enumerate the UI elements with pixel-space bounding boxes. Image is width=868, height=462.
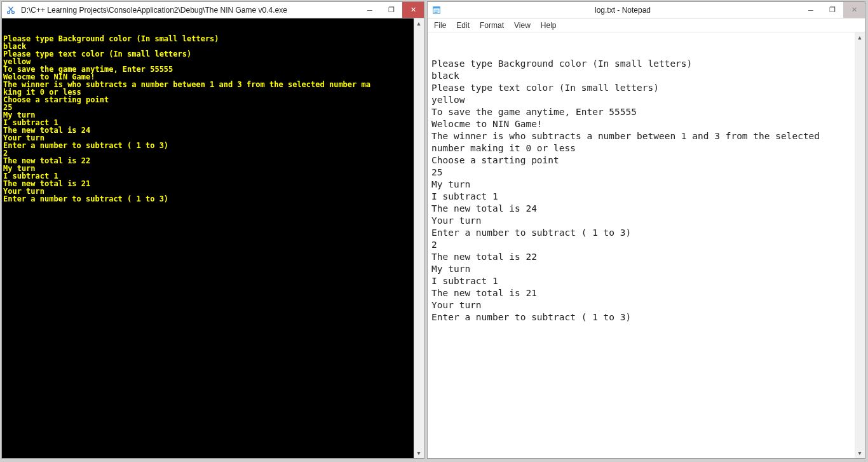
scroll-down-icon[interactable]: ▼ <box>855 448 865 458</box>
scroll-track[interactable] <box>855 43 865 448</box>
maximize-button[interactable]: ❐ <box>822 2 843 18</box>
menu-edit[interactable]: Edit <box>451 20 475 31</box>
svg-line-2 <box>9 6 13 11</box>
scroll-up-icon[interactable]: ▲ <box>414 18 424 29</box>
cut-icon <box>4 6 17 15</box>
close-button[interactable]: ✕ <box>402 2 424 18</box>
notepad-menubar: File Edit Format View Help <box>428 18 865 32</box>
notepad-title: log.txt - Notepad <box>445 6 800 15</box>
console-window-controls: ─ ❐ ✕ <box>359 2 424 18</box>
svg-rect-5 <box>433 6 440 8</box>
notepad-scrollbar[interactable]: ▲ ▼ <box>855 32 865 458</box>
notepad-text: Please type Background color (In small l… <box>431 58 861 323</box>
notepad-icon <box>430 6 443 15</box>
console-window: D:\C++ Learning Projects\ConsoleApplicat… <box>1 1 424 459</box>
console-title: D:\C++ Learning Projects\ConsoleApplicat… <box>20 6 359 15</box>
minimize-button[interactable]: ─ <box>800 2 822 18</box>
menu-file[interactable]: File <box>429 20 451 31</box>
console-scrollbar[interactable]: ▲ ▼ <box>414 18 424 458</box>
console-output[interactable]: Please type Background color (In small l… <box>2 18 424 458</box>
console-titlebar[interactable]: D:\C++ Learning Projects\ConsoleApplicat… <box>2 2 424 18</box>
maximize-button[interactable]: ❐ <box>381 2 402 18</box>
svg-point-1 <box>12 11 15 13</box>
notepad-content-area[interactable]: Please type Background color (In small l… <box>428 32 865 458</box>
notepad-window-controls: ─ ❐ ✕ <box>800 2 865 18</box>
notepad-window: log.txt - Notepad ─ ❐ ✕ File Edit Format… <box>427 1 865 459</box>
menu-format[interactable]: Format <box>475 20 509 31</box>
scroll-track[interactable] <box>414 29 424 448</box>
minimize-button[interactable]: ─ <box>359 2 381 18</box>
menu-help[interactable]: Help <box>536 20 562 31</box>
scroll-up-icon[interactable]: ▲ <box>855 32 865 43</box>
svg-line-3 <box>9 6 13 11</box>
close-button[interactable]: ✕ <box>843 2 865 18</box>
scroll-down-icon[interactable]: ▼ <box>414 448 424 458</box>
notepad-titlebar[interactable]: log.txt - Notepad ─ ❐ ✕ <box>428 2 865 18</box>
console-text: Please type Background color (In small l… <box>3 35 423 203</box>
menu-view[interactable]: View <box>509 20 536 31</box>
svg-point-0 <box>8 11 10 13</box>
